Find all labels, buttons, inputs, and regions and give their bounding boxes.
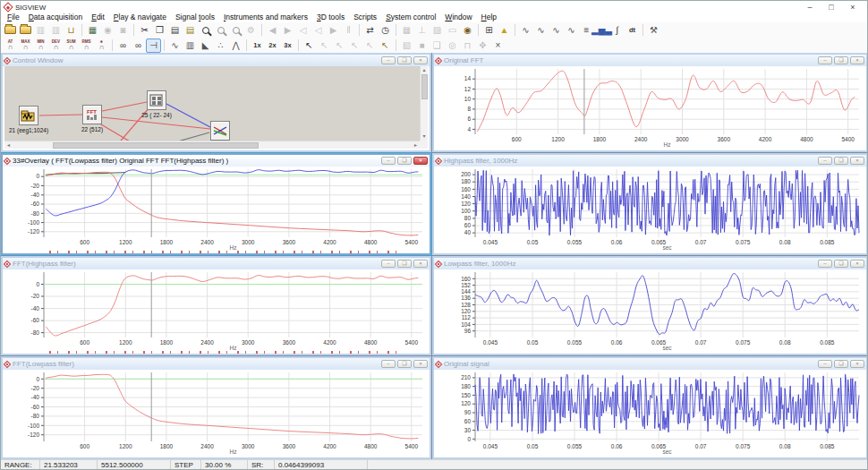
link-signals-icon[interactable]: ∞ xyxy=(115,38,131,53)
node-22-fft-icon[interactable]: FFT xyxy=(82,105,102,124)
style-area-icon[interactable]: ◣ xyxy=(198,38,213,53)
zero-marker-icon[interactable]: ◎ xyxy=(445,38,460,53)
scroll-up-icon[interactable]: ▴ xyxy=(421,66,429,74)
menu-file[interactable]: File xyxy=(3,13,24,22)
menu-help[interactable]: Help xyxy=(477,13,501,22)
record-icon[interactable]: ◉ xyxy=(100,23,115,38)
window-close-button[interactable]: × xyxy=(413,56,428,64)
3d-box-icon[interactable]: ❑ xyxy=(430,38,445,53)
window-close-button[interactable]: × xyxy=(850,360,864,368)
acquisition-device-icon[interactable]: ▦ xyxy=(85,23,100,38)
workspace-send-icon[interactable]: ▲ xyxy=(497,23,512,38)
signal-tool-1-icon[interactable]: ∿ xyxy=(518,23,533,38)
refresh-icon[interactable]: ⇄ xyxy=(362,23,378,38)
marker-min-icon[interactable]: MIN∩ xyxy=(33,38,48,53)
zoom-custom-icon[interactable] xyxy=(228,23,243,38)
app-close-button[interactable]: × xyxy=(842,2,864,13)
custom-tools-icon[interactable]: ⚒ xyxy=(646,23,661,38)
signal-tool-2-icon[interactable]: ∿ xyxy=(533,23,549,38)
plot-area-lowpass-signal[interactable]: 961041121201281361441521600.0450.050.055… xyxy=(436,269,864,352)
marker-custom-icon[interactable]: ∗∩ xyxy=(94,38,109,53)
horizontal-scrollbar[interactable]: ◂ ▸ xyxy=(4,141,420,149)
window-titlebar[interactable]: Control Window –❏× xyxy=(3,55,430,66)
3d-tool-icon[interactable]: ⊥ xyxy=(414,23,430,38)
cursor-tool-2-icon[interactable]: ↖ xyxy=(317,38,332,53)
window-maximize-button[interactable]: ❏ xyxy=(834,56,848,64)
close-tool-icon[interactable]: × xyxy=(490,38,506,53)
scrollbar-thumb[interactable] xyxy=(53,142,259,149)
save-icon[interactable]: ▥ xyxy=(33,23,48,38)
integral-icon[interactable]: ∫ xyxy=(609,23,625,38)
window-maximize-button[interactable]: ❏ xyxy=(397,260,412,268)
menu-data-acquisition[interactable]: Data acquisition xyxy=(24,13,87,22)
window-maximize-button[interactable]: ❏ xyxy=(397,56,412,64)
window-minimize-button[interactable]: – xyxy=(818,56,832,64)
style-steps-icon[interactable]: ⋀ xyxy=(228,38,243,53)
window-maximize-button[interactable]: ❏ xyxy=(834,157,848,165)
plot-area-original-signal[interactable]: 03060901201501802100.0450.050.0550.060.0… xyxy=(436,370,864,456)
fit-window-icon[interactable]: ✥ xyxy=(475,38,490,53)
plot-area-highpass-fft[interactable]: 0-20-40-60-80600120018002400300036004200… xyxy=(4,269,428,352)
marker-max-icon[interactable]: MAX∩ xyxy=(18,38,33,53)
menu-instruments-and-markers[interactable]: Instruments and markers xyxy=(219,13,312,22)
scroll-down-icon[interactable]: ▾ xyxy=(421,132,429,141)
vertical-scrollbar[interactable]: ▴ ▾ xyxy=(420,66,428,141)
histogram-icon[interactable]: ▂▅▃ xyxy=(594,23,609,38)
zoom-out-icon[interactable] xyxy=(213,23,228,38)
timer-icon[interactable]: ◷ xyxy=(378,23,393,38)
window-close-button[interactable]: × xyxy=(413,260,428,268)
cut-icon[interactable]: ✂ xyxy=(137,23,152,38)
window-minimize-button[interactable]: – xyxy=(381,157,396,165)
window-maximize-button[interactable]: ❏ xyxy=(397,360,412,368)
menu-window[interactable]: Window xyxy=(440,13,476,22)
style-line-icon[interactable]: ∿ xyxy=(167,38,183,53)
window-minimize-button[interactable]: – xyxy=(818,157,832,165)
3d-sphere-icon[interactable]: ◉ xyxy=(460,23,475,38)
signal-tool-3-icon[interactable]: ∿ xyxy=(549,23,564,38)
marker-sum-icon[interactable]: SUM∩ xyxy=(64,38,79,53)
window-minimize-button[interactable]: – xyxy=(818,260,832,268)
app-minimize-button[interactable]: – xyxy=(799,2,821,13)
menu-play-navigate[interactable]: Play & navigate xyxy=(109,13,171,22)
window-minimize-button[interactable]: – xyxy=(381,56,396,64)
marker-at-icon[interactable]: AT∩ xyxy=(3,38,18,53)
scrollbar-thumb[interactable] xyxy=(421,74,428,99)
window-titlebar[interactable]: Original FFT –❏× xyxy=(434,55,866,66)
window-maximize-button[interactable]: ❏ xyxy=(397,157,412,165)
play-sound-loop-icon[interactable]: ◁ xyxy=(311,23,326,38)
style-bars-icon[interactable]: ▥ xyxy=(183,38,198,53)
save-all-icon[interactable]: ▥ xyxy=(48,23,64,38)
play-skip-end-icon[interactable]: ▶ xyxy=(326,23,341,38)
fill-style-icon[interactable]: ■ xyxy=(414,38,430,53)
stop-record-icon[interactable]: ◙ xyxy=(115,23,131,38)
style-dots-icon[interactable]: ∴ xyxy=(213,38,228,53)
window-close-button[interactable]: × xyxy=(850,260,864,268)
plot-area-lowpass-fft[interactable]: 0-20-40-60-80-100-1206001200180024003000… xyxy=(4,370,428,456)
zoom-3x-icon[interactable]: 3x xyxy=(280,38,295,53)
app-maximize-button[interactable]: □ xyxy=(821,2,842,13)
open-file-icon[interactable] xyxy=(3,23,18,38)
cursor-tool-4-icon[interactable]: ↖ xyxy=(347,38,362,53)
menu-edit[interactable]: Edit xyxy=(87,13,109,22)
plot-area-overlay[interactable]: 0-20-40-60-80-100-1206001200180024003000… xyxy=(4,167,428,252)
marker-dev-icon[interactable]: DEV∩ xyxy=(48,38,64,53)
menu-system-control[interactable]: System control xyxy=(381,13,440,22)
node-21-signal-file-icon[interactable] xyxy=(19,106,38,125)
signal-tool-4-icon[interactable]: ∿ xyxy=(564,23,579,38)
window-titlebar[interactable]: Highpass filter, 1000Hz –❏× xyxy=(434,155,866,167)
menu-3d-tools[interactable]: 3D tools xyxy=(312,13,349,22)
3d-monitor-icon[interactable]: ▭ xyxy=(445,23,460,38)
cursor-tool-6-icon[interactable]: ↖ xyxy=(378,38,393,53)
node-26-overlay-icon[interactable] xyxy=(210,121,230,141)
import-device-icon[interactable]: ⊔ xyxy=(64,23,79,38)
pause-icon[interactable]: ‖ xyxy=(341,23,356,38)
window-titlebar[interactable]: 33#Overlay ( FFT(Lowpass filter) Origina… xyxy=(3,155,430,167)
snapshot-icon[interactable]: ▧ xyxy=(399,38,414,53)
play-skip-start-icon[interactable]: ◀ xyxy=(265,23,280,38)
unlink-signals-icon[interactable]: ∞ xyxy=(131,38,146,53)
tile-windows-icon[interactable]: ⊞ xyxy=(481,23,497,38)
menu-signal-tools[interactable]: Signal tools xyxy=(171,13,219,22)
3d-surface-icon[interactable]: ▦ xyxy=(399,23,414,38)
scroll-right-icon[interactable]: ▸ xyxy=(412,141,420,150)
app-titlebar[interactable]: SIGVIEW –□× xyxy=(1,1,867,13)
